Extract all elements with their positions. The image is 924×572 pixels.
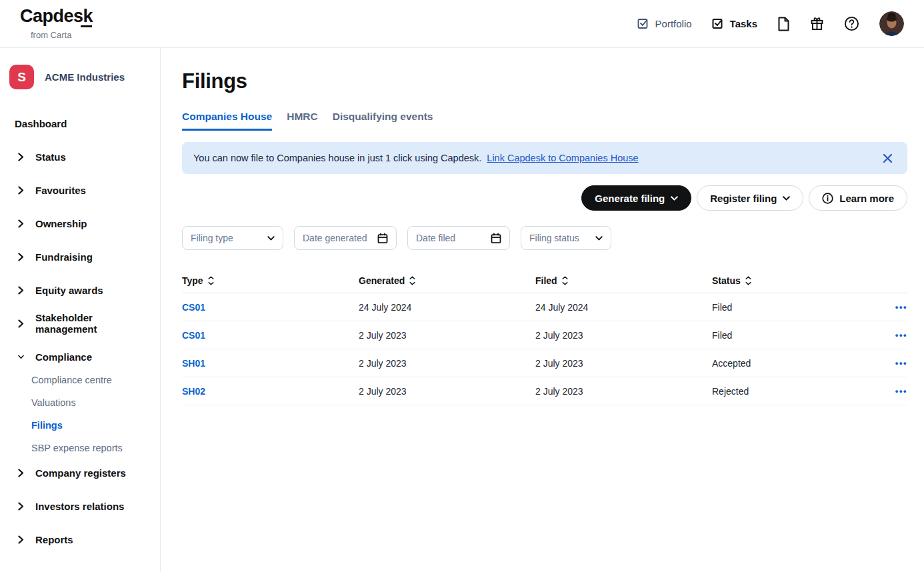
user-avatar[interactable] <box>879 11 904 36</box>
app-header: Capdesk from Carta Portfolio Tasks <box>0 0 924 48</box>
documents-icon[interactable] <box>777 17 790 31</box>
filing-type-placeholder: Filing type <box>191 233 233 243</box>
status-cell: Filed <box>712 330 881 341</box>
sidebar-item-label: Favourites <box>35 185 86 196</box>
tasks-link[interactable]: Tasks <box>712 17 757 30</box>
sidebar-subitem-sbp-expense-reports[interactable]: SBP expense reports <box>0 443 160 456</box>
filing-status-filter[interactable]: Filing status <box>521 226 611 250</box>
sidebar-item-favourites[interactable]: Favourites <box>0 183 160 197</box>
chevron-right-icon <box>18 469 24 477</box>
generate-filing-button[interactable]: Generate filing <box>581 185 691 211</box>
sidebar-item-ownership[interactable]: Ownership <box>0 216 160 231</box>
tasks-label: Tasks <box>730 18 757 29</box>
sidebar-subitem-valuations[interactable]: Valuations <box>0 397 160 411</box>
chevron-right-icon <box>18 535 24 544</box>
table-header: Type Generated Filed Status <box>182 268 907 293</box>
help-icon[interactable] <box>844 16 859 31</box>
column-label: Filed <box>535 275 557 286</box>
banner-link[interactable]: Link Capdesk to Companies House <box>487 153 638 163</box>
filing-status-placeholder: Filing status <box>529 233 579 243</box>
tasks-checkbox-icon <box>712 17 725 30</box>
filing-type-filter[interactable]: Filing type <box>182 226 283 250</box>
sidebar-item-investors-relations[interactable]: Investors relations <box>0 499 160 513</box>
sort-icon <box>562 276 568 285</box>
row-menu-icon[interactable]: ••• <box>881 302 907 312</box>
column-label: Status <box>712 275 741 286</box>
column-header-status[interactable]: Status <box>712 275 881 286</box>
sidebar-item-label: Equity awards <box>35 285 103 296</box>
sidebar-item-label: Ownership <box>35 218 87 229</box>
page-title: Filings <box>182 69 907 93</box>
sort-icon <box>745 276 751 285</box>
filing-type-link[interactable]: SH01 <box>182 358 359 369</box>
calendar-icon <box>491 233 501 244</box>
gift-icon[interactable] <box>810 17 824 31</box>
date-filed-placeholder: Date filed <box>416 233 455 243</box>
register-filing-label: Register filing <box>710 193 777 204</box>
generated-date-cell: 2 July 2023 <box>359 358 535 369</box>
filed-date-cell: 2 July 2023 <box>535 386 712 397</box>
generate-filing-label: Generate filing <box>595 193 665 204</box>
sidebar-subitem-compliance-centre[interactable]: Compliance centre <box>0 375 160 388</box>
tab-disqualifying-events[interactable]: Disqualifying events <box>333 111 433 131</box>
sort-icon <box>409 276 415 285</box>
chevron-right-icon <box>18 186 24 195</box>
column-label: Generated <box>359 275 405 286</box>
row-menu-icon[interactable]: ••• <box>881 358 907 368</box>
generated-date-cell: 2 July 2023 <box>359 330 535 341</box>
filed-date-cell: 2 July 2023 <box>535 330 712 341</box>
portfolio-link[interactable]: Portfolio <box>637 17 692 30</box>
sidebar-item-company-registers[interactable]: Company registers <box>0 465 160 480</box>
filed-date-cell: 24 July 2024 <box>535 302 712 313</box>
sidebar-item-dashboard[interactable]: Dashboard <box>0 116 160 131</box>
filed-date-cell: 2 July 2023 <box>535 358 712 369</box>
sidebar-item-reports[interactable]: Reports <box>0 532 160 547</box>
tab-hmrc[interactable]: HMRC <box>287 111 318 131</box>
banner-message: You can now file to Companies house in j… <box>193 153 639 163</box>
company-switcher[interactable]: S ACME Industries <box>0 65 160 89</box>
filing-type-link[interactable]: CS01 <box>182 302 359 313</box>
brand-wordmark: Capdesk <box>20 7 93 25</box>
sidebar-item-label: Dashboard <box>15 118 67 129</box>
sidebar-item-stakeholder-management[interactable]: Stakeholder management <box>0 316 160 331</box>
date-filed-filter[interactable]: Date filed <box>407 226 510 250</box>
column-header-filed[interactable]: Filed <box>535 275 712 286</box>
learn-more-button[interactable]: Learn more <box>809 185 907 211</box>
column-header-type[interactable]: Type <box>182 275 359 286</box>
date-generated-filter[interactable]: Date generated <box>294 226 397 250</box>
chevron-right-icon <box>18 319 24 328</box>
sidebar-item-compliance[interactable]: Compliance <box>0 349 160 364</box>
filing-type-link[interactable]: SH02 <box>182 386 359 397</box>
filing-type-link[interactable]: CS01 <box>182 330 359 341</box>
table-row: CS01 2 July 2023 2 July 2023 Filed ••• <box>182 321 907 349</box>
row-menu-icon[interactable]: ••• <box>881 330 907 340</box>
sidebar-item-label: Reports <box>35 534 73 545</box>
banner-close-icon[interactable] <box>883 153 893 163</box>
table-row: CS01 24 July 2024 24 July 2024 Filed ••• <box>182 293 907 321</box>
register-filing-button[interactable]: Register filing <box>697 185 803 211</box>
company-name: ACME Industries <box>45 71 125 83</box>
generated-date-cell: 2 July 2023 <box>359 386 535 397</box>
tab-companies-house[interactable]: Companies House <box>182 111 272 131</box>
chevron-right-icon <box>18 219 24 228</box>
status-cell: Accepted <box>712 358 881 369</box>
sidebar-item-fundraising[interactable]: Fundraising <box>0 249 160 264</box>
sidebar-subitem-filings[interactable]: Filings <box>0 420 160 433</box>
chevron-down-icon <box>18 353 24 361</box>
sidebar-item-label: Company registers <box>35 467 126 479</box>
capdesk-logo[interactable]: Capdesk from Carta <box>20 7 93 40</box>
sidebar-item-equity-awards[interactable]: Equity awards <box>0 283 160 297</box>
chevron-down-icon <box>595 236 603 241</box>
status-cell: Filed <box>712 302 881 313</box>
column-header-generated[interactable]: Generated <box>359 275 535 286</box>
row-menu-icon[interactable]: ••• <box>881 386 907 396</box>
sidebar-item-status[interactable]: Status <box>0 149 160 164</box>
main-content: Filings Companies House HMRC Disqualifyi… <box>161 48 924 572</box>
calendar-icon <box>377 233 388 244</box>
date-generated-placeholder: Date generated <box>303 233 367 243</box>
header-actions: Portfolio Tasks <box>637 11 904 36</box>
compliance-submenu: Compliance centre Valuations Filings SBP… <box>0 375 160 456</box>
banner-message-text: You can now file to Companies house in j… <box>193 153 481 163</box>
table-row: SH02 2 July 2023 2 July 2023 Rejected ••… <box>182 377 907 405</box>
chevron-right-icon <box>18 502 24 511</box>
